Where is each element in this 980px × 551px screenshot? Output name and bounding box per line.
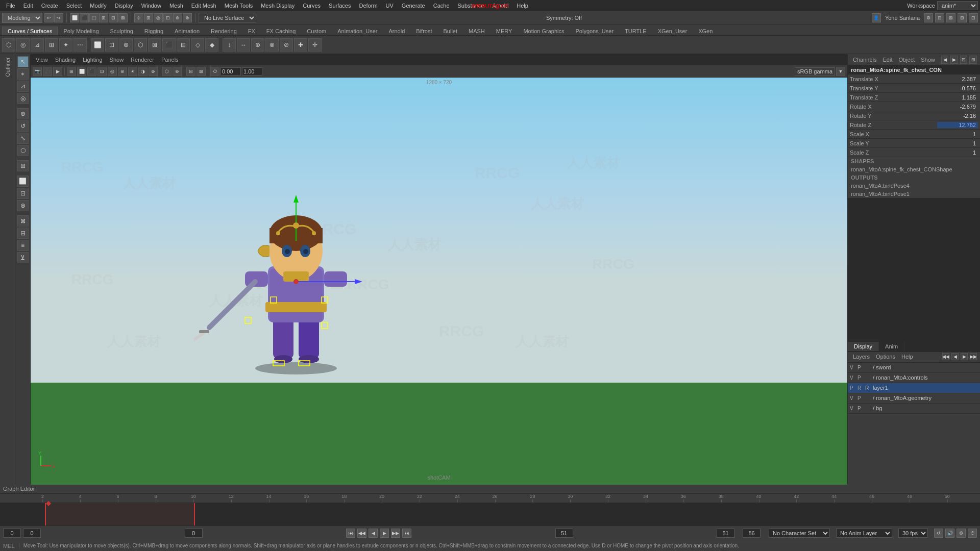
shelf-tab-animation-user[interactable]: Animation_User <box>332 27 383 35</box>
vp-scale-input[interactable] <box>242 67 262 76</box>
transform-btn-4[interactable]: ⊞ <box>99 13 108 22</box>
layer-row-bg[interactable]: V P / bg <box>848 404 980 414</box>
menu-file[interactable]: File <box>2 2 19 10</box>
shelf-tab-xgen[interactable]: XGen <box>693 27 718 35</box>
vp-icon-grid[interactable]: ⊞ <box>67 67 76 76</box>
menu-help[interactable]: Help <box>512 2 532 10</box>
channel-row-sz[interactable]: Scale Z 1 <box>848 148 980 157</box>
layout-icon-4[interactable]: ⊡ <box>969 13 978 22</box>
transport-skip-back[interactable]: ⏮ <box>346 529 355 538</box>
shelf-tab-motion-graphics[interactable]: Motion Graphics <box>518 27 570 35</box>
mode-selector[interactable]: Modeling <box>2 13 42 23</box>
vp-menu-shading[interactable]: Shading <box>53 56 78 64</box>
snap-btn-1[interactable]: ⊹ <box>134 13 143 22</box>
vp-icon-wire3[interactable]: ⊡ <box>97 67 107 76</box>
timecode-btn[interactable]: ⏱ <box>968 529 977 538</box>
tool6[interactable]: ≡ <box>17 240 29 251</box>
tool2[interactable]: ⊡ <box>17 188 29 199</box>
vp-time-input[interactable] <box>220 67 241 76</box>
shelf-tab-rigging[interactable]: Rigging <box>139 27 169 35</box>
fps-dropdown[interactable]: 30 fps <box>898 529 928 538</box>
shelf-icon-6[interactable]: ⋯ <box>74 38 87 52</box>
vp-menu-show[interactable]: Show <box>108 56 126 64</box>
shapes-row-1[interactable]: ronan_MtoA:spine_fk_chest_CONShape <box>848 165 980 173</box>
transform-btn-5[interactable]: ⊟ <box>109 13 118 22</box>
le-options[interactable]: Options <box>874 353 897 361</box>
shelf-icon-18[interactable]: ⊕ <box>251 38 264 52</box>
shelf-tab-animation[interactable]: Animation <box>169 27 205 35</box>
layer-anim-tab[interactable]: Anim <box>879 342 904 351</box>
vp-icon-cam[interactable]: ⊕ <box>173 67 182 76</box>
shelf-icon-10[interactable]: ⬡ <box>134 38 147 52</box>
snap-btn-3[interactable]: ◎ <box>154 13 163 22</box>
shelf-icon-1[interactable]: ⬡ <box>2 38 15 52</box>
shelf-icon-15[interactable]: ◆ <box>205 38 218 52</box>
redo-btn[interactable]: ↪ <box>54 13 63 22</box>
shelf-icon-22[interactable]: ✛ <box>308 38 322 52</box>
channel-row-ty[interactable]: Translate Y -0.576 <box>848 84 980 93</box>
shelf-icon-17[interactable]: ↔ <box>237 38 250 52</box>
color-space-arrow[interactable]: ▼ <box>836 67 845 76</box>
shelf-tab-poly[interactable]: Poly Modeling <box>58 27 104 35</box>
cb-object[interactable]: Object <box>896 56 917 64</box>
channel-row-sy[interactable]: Scale Y 1 <box>848 139 980 148</box>
vp-menu-view[interactable]: View <box>34 56 50 64</box>
cb-edit[interactable]: Edit <box>880 56 894 64</box>
menu-window[interactable]: Window <box>137 2 165 10</box>
settings-icon[interactable]: ⚙ <box>924 13 933 22</box>
shelf-tab-sculpting[interactable]: Sculpting <box>105 27 139 35</box>
snap-btn-6[interactable]: ⊗ <box>183 13 192 22</box>
snap-btn-2[interactable]: ⊞ <box>144 13 153 22</box>
rotate-tool[interactable]: ↺ <box>17 120 29 132</box>
color-space-label[interactable]: sRGB gamma <box>795 67 835 76</box>
shelf-tab-fx[interactable]: FX <box>242 27 261 35</box>
vp-icon-texture[interactable]: ⊛ <box>118 67 127 76</box>
rp-icon-1[interactable]: ◀ <box>941 56 949 64</box>
menu-modify[interactable]: Modify <box>86 2 110 10</box>
shelf-icon-7[interactable]: ⬜ <box>91 38 104 52</box>
shelf-tab-curves-surfaces[interactable]: Curves / Surfaces <box>2 27 58 35</box>
character-set-dropdown[interactable]: No Character Set <box>769 529 830 538</box>
shelf-tab-turtle[interactable]: TURTLE <box>619 27 652 35</box>
shelf-tab-fx-caching[interactable]: FX Caching <box>261 27 301 35</box>
shelf-icon-13[interactable]: ⊟ <box>177 38 190 52</box>
menu-generate[interactable]: Generate <box>398 2 429 10</box>
transport-play[interactable]: ▶ <box>380 529 389 538</box>
channel-row-sx[interactable]: Scale X 1 <box>848 130 980 139</box>
tool4[interactable]: ⊠ <box>17 215 29 227</box>
shelf-tab-arnold[interactable]: Arnold <box>383 27 411 35</box>
tool1[interactable]: ⬜ <box>17 176 29 187</box>
snap-btn-4[interactable]: ⊡ <box>163 13 173 22</box>
channel-row-rx[interactable]: Rotate X -2.679 <box>848 102 980 111</box>
layout-icon-1[interactable]: ⊟ <box>935 13 944 22</box>
tool5[interactable]: ⊟ <box>17 228 29 239</box>
le-fwd-btn[interactable]: ▶ <box>961 353 968 360</box>
scale-tool[interactable]: ⤡ <box>17 133 29 144</box>
transport-skip-fwd[interactable]: ⏭ <box>402 529 411 538</box>
loop-btn[interactable]: ↺ <box>934 529 943 538</box>
layout-icon-2[interactable]: ⊠ <box>946 13 955 22</box>
vp-icon-time[interactable]: ⏱ <box>210 67 219 76</box>
shelf-icon-9[interactable]: ⊛ <box>119 38 133 52</box>
channel-row-rz[interactable]: Rotate Z 12.762 <box>848 120 980 130</box>
shelf-icon-21[interactable]: ✚ <box>294 38 307 52</box>
shelf-icon-4[interactable]: ⊞ <box>45 38 58 52</box>
live-surface-dropdown[interactable]: No Live Surface <box>199 13 256 23</box>
shelf-tab-bullet[interactable]: Bullet <box>437 27 463 35</box>
shelf-icon-3[interactable]: ⊿ <box>31 38 44 52</box>
channel-row-ry[interactable]: Rotate Y -2.16 <box>848 111 980 120</box>
workspace-dropdown[interactable]: anim* <box>937 1 978 10</box>
lasso-tool[interactable]: ⌖ <box>17 68 29 80</box>
le-help[interactable]: Help <box>899 353 915 361</box>
shelf-tab-rendering[interactable]: Rendering <box>205 27 242 35</box>
snap-btn-5[interactable]: ⊛ <box>173 13 182 22</box>
move-tool[interactable]: ⊕ <box>17 108 29 119</box>
vp-icon-iso[interactable]: ⬡ <box>162 67 172 76</box>
shelf-icon-8[interactable]: ⊡ <box>105 38 118 52</box>
rp-icon-3[interactable]: ⊡ <box>960 56 968 64</box>
transport-fwd[interactable]: ▶▶ <box>391 529 400 538</box>
output-row-2[interactable]: ronan_MtoA:bindPose1 <box>848 190 980 198</box>
shelf-icon-5[interactable]: ✦ <box>59 38 72 52</box>
menu-mesh[interactable]: Mesh <box>165 2 187 10</box>
rp-icon-2[interactable]: ▶ <box>950 56 958 64</box>
